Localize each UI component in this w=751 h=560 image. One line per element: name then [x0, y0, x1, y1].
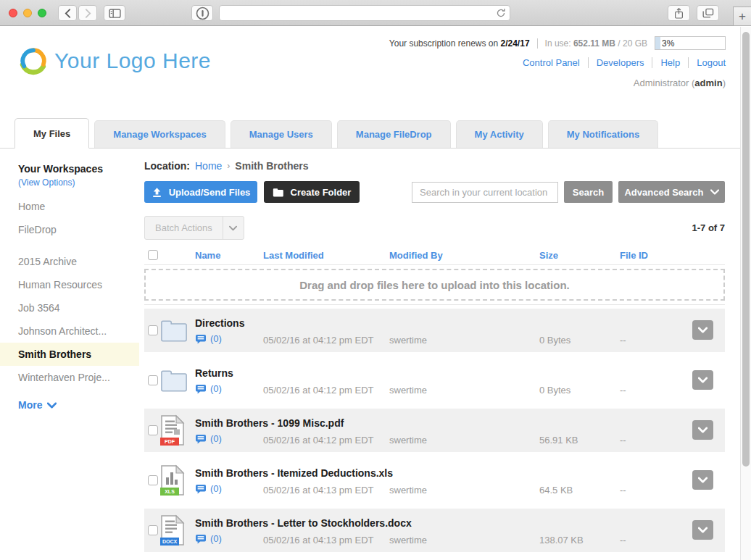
comments-link[interactable]: (0) [210, 383, 222, 394]
zoom-window-button[interactable] [38, 9, 46, 17]
file-name-link[interactable]: Returns [195, 367, 233, 379]
top-nav-link[interactable]: Logout [689, 57, 726, 68]
file-name-link[interactable]: Directions [195, 317, 244, 329]
row-actions-button[interactable] [692, 370, 713, 390]
back-icon [65, 9, 71, 18]
address-bar[interactable] [219, 5, 510, 21]
divider [144, 304, 725, 305]
sidebar-item[interactable]: Job 3564 [0, 296, 139, 319]
comment-icon [195, 334, 207, 344]
new-tab-button[interactable]: + [733, 7, 751, 26]
tabs-overview-button[interactable] [697, 5, 719, 21]
file-row: Returns (0) 05/02/16 at 04:12 pm EDT swe… [144, 359, 725, 402]
onepassword-icon [196, 7, 209, 20]
comments-link[interactable]: (0) [210, 333, 222, 344]
file-type-icon [160, 314, 188, 346]
row-checkbox[interactable] [148, 425, 158, 435]
tab[interactable]: My Files [14, 118, 89, 149]
sidebar-item[interactable]: Smith Brothers [0, 343, 139, 366]
refresh-button[interactable] [496, 8, 506, 21]
row-checkbox[interactable] [148, 375, 158, 385]
sidebar-more-link[interactable]: More [0, 389, 139, 411]
comments-link[interactable]: (0) [210, 483, 222, 494]
subscription-renewal-text: Your subscription renews on 2/24/17 [389, 38, 530, 49]
select-all-checkbox[interactable] [148, 250, 158, 260]
top-nav-link[interactable]: Help [652, 57, 689, 68]
create-folder-button[interactable]: Create Folder [264, 181, 360, 203]
sidebar-item[interactable]: Johnson Architect... [0, 319, 139, 343]
forward-button[interactable] [78, 5, 97, 21]
sidebar-toggle-button[interactable] [104, 5, 125, 21]
column-header-last-modified[interactable]: Last Modified [263, 250, 324, 261]
divider [537, 38, 538, 49]
upload-send-files-button[interactable]: Upload/Send Files [144, 181, 257, 203]
sidebar-item[interactable]: FileDrop [0, 218, 139, 241]
batch-actions-caret[interactable] [223, 217, 244, 239]
search-input[interactable] [412, 182, 558, 203]
chevron-down-icon [698, 377, 708, 383]
browser-toolbar: + [0, 0, 751, 26]
column-header-name[interactable]: Name [195, 250, 220, 261]
search-button[interactable]: Search [564, 181, 613, 203]
minimize-window-button[interactable] [23, 9, 32, 17]
app-page: Your subscription renews on 2/24/17 In u… [0, 27, 740, 560]
top-nav-link[interactable]: Developers [589, 57, 653, 68]
sidebar-icon [109, 9, 121, 18]
sidebar: Your Workspaces (View Options) Home File… [0, 149, 139, 560]
row-actions-button[interactable] [692, 520, 713, 540]
last-modified-cell: 05/02/16 at 04:13 pm EDT [263, 485, 373, 496]
view-options-link[interactable]: (View Options) [0, 175, 139, 195]
breadcrumb-home-link[interactable]: Home [195, 160, 222, 172]
comments-link[interactable]: (0) [210, 433, 222, 444]
close-window-button[interactable] [9, 9, 17, 17]
row-checkbox[interactable] [148, 525, 158, 535]
chevron-down-icon [698, 527, 708, 533]
column-header-file-id[interactable]: File ID [620, 250, 648, 261]
chevron-down-icon [229, 225, 237, 231]
file-list: Directions (0) 05/02/16 at 04:12 pm EDT … [144, 309, 725, 552]
size-cell: 0 Bytes [539, 335, 570, 346]
row-actions-button[interactable] [692, 470, 713, 490]
company-logo[interactable]: Your Logo Here [18, 46, 211, 76]
share-button[interactable] [668, 5, 690, 21]
row-checkbox[interactable] [148, 325, 158, 335]
file-id-cell: -- [620, 435, 626, 446]
tab[interactable]: My Activity [456, 120, 543, 148]
breadcrumb-separator: › [227, 161, 230, 171]
sidebar-item[interactable]: Winterhaven Proje... [0, 366, 139, 389]
row-checkbox[interactable] [148, 475, 158, 485]
file-extension-badge: DOCX [160, 538, 179, 546]
chevron-down-icon [47, 402, 57, 409]
modified-by-cell: swertime [389, 385, 427, 396]
column-header-modified-by[interactable]: Modified By [389, 250, 443, 261]
sidebar-title: Your Workspaces [0, 163, 139, 175]
modified-by-cell: swertime [389, 535, 427, 546]
advanced-search-button[interactable]: Advanced Search [618, 181, 725, 203]
column-header-size[interactable]: Size [539, 250, 558, 261]
comments-cell: (0) [195, 533, 222, 544]
tab[interactable]: Manage Workspaces [94, 120, 225, 148]
comments-cell: (0) [195, 383, 222, 394]
tab[interactable]: Manage Users [231, 120, 332, 148]
sidebar-item[interactable]: Human Resources [0, 273, 139, 296]
admin-username: admin [694, 78, 722, 88]
batch-actions-button[interactable]: Batch Actions [144, 216, 244, 240]
sidebar-item[interactable]: 2015 Archive [0, 250, 139, 273]
file-name-link[interactable]: Smith Brothers - Itemized Deductions.xls [195, 467, 393, 479]
usage-meter-fill [655, 37, 660, 49]
tab[interactable]: Manage FileDrop [337, 120, 451, 148]
dropzone[interactable]: Drag and drop files here to upload into … [144, 269, 725, 301]
size-cell: 56.91 KB [539, 435, 578, 446]
onepassword-extension-button[interactable] [191, 5, 213, 21]
back-button[interactable] [58, 5, 77, 21]
file-name-link[interactable]: Smith Brothers - Letter to Stockholders.… [195, 517, 412, 529]
file-name-link[interactable]: Smith Brothers - 1099 Misc.pdf [195, 417, 344, 429]
renew-date: 2/24/17 [501, 38, 530, 49]
sidebar-item[interactable]: Home [0, 195, 139, 218]
comments-link[interactable]: (0) [210, 533, 222, 544]
row-actions-button[interactable] [692, 320, 713, 340]
row-actions-button[interactable] [692, 420, 713, 440]
tab[interactable]: My Notifications [548, 120, 658, 148]
scrollbar-thumb[interactable] [742, 32, 750, 467]
top-nav-link[interactable]: Control Panel [515, 57, 589, 68]
